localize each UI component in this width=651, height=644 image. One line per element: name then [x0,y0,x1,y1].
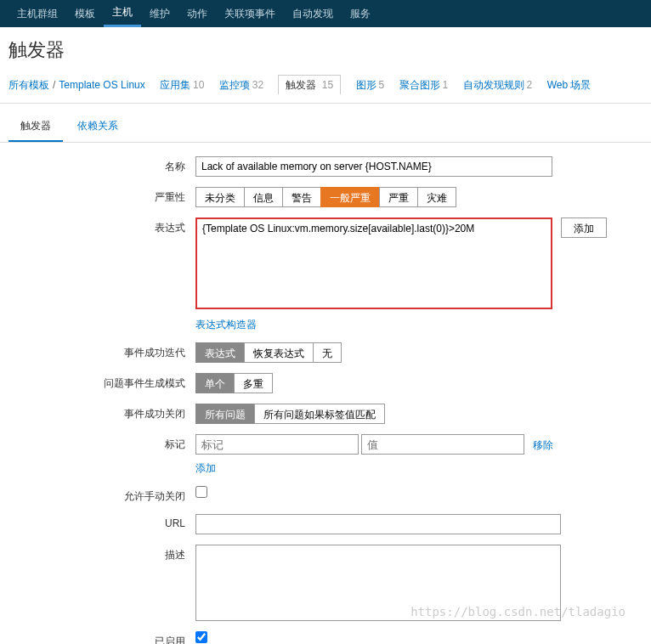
ok-event-gen-recovery[interactable]: 恢复表达式 [244,342,314,363]
nav-discovery[interactable]: 自动发现 [284,0,342,27]
tag-value-input[interactable] [361,434,524,455]
severity-warning[interactable]: 警告 [282,187,321,207]
nav-correlation[interactable]: 关联项事件 [216,0,284,27]
nav-actions[interactable]: 动作 [178,0,216,27]
tab-discovery-rules[interactable]: 自动发现规则 [463,79,524,91]
top-nav: 主机群组 模板 主机 维护 动作 关联项事件 自动发现 服务 [0,0,651,27]
tab-triggers[interactable]: 触发器 15 [278,75,341,94]
label-severity: 严重性 [8,187,195,205]
breadcrumb-all-templates[interactable]: 所有模板 [8,79,49,91]
label-name: 名称 [8,156,195,174]
sub-tabs: 触发器 依赖关系 [0,104,651,143]
severity-average[interactable]: 一般严重 [320,187,380,207]
ok-closes-tagmatch[interactable]: 所有问题如果标签值匹配 [254,404,385,424]
label-problem-event-gen: 问题事件生成模式 [8,373,195,391]
form-area: 名称 严重性 未分类 信息 警告 一般严重 严重 灾难 表达式 添加 表达式构造… [0,143,651,644]
label-url: URL [8,514,195,529]
breadcrumb: 所有模板/Template OS Linux 应用集10 监控项32 触发器 1… [0,73,651,104]
nav-maintenance[interactable]: 维护 [141,0,178,27]
severity-info[interactable]: 信息 [244,187,283,207]
label-ok-event-closes: 事件成功关闭 [8,404,195,421]
description-input[interactable] [195,545,561,621]
label-tags: 标记 [8,434,195,452]
tab-screens[interactable]: 聚合图形 [399,79,440,91]
name-input[interactable] [195,156,552,177]
label-enabled: 已启用 [8,631,195,644]
subtab-dependencies[interactable]: 依赖关系 [65,112,130,140]
expression-builder-link[interactable]: 表达式构造器 [195,319,257,330]
enabled-checkbox[interactable] [195,631,207,643]
tag-add-link[interactable]: 添加 [195,461,216,476]
label-expression: 表达式 [8,217,195,235]
nav-services[interactable]: 服务 [342,0,379,27]
label-description: 描述 [8,545,195,562]
expression-add-button[interactable]: 添加 [561,217,607,238]
ok-event-gen-none[interactable]: 无 [313,342,342,363]
severity-high[interactable]: 严重 [379,187,418,207]
label-allow-manual-close: 允许手动关闭 [8,486,195,504]
ok-event-gen-expression[interactable]: 表达式 [195,342,245,363]
url-input[interactable] [195,514,561,534]
tag-remove-link[interactable]: 移除 [533,439,553,451]
severity-disaster[interactable]: 灾难 [417,187,456,207]
page-title: 触发器 [0,27,651,73]
problem-event-single[interactable]: 单个 [195,373,235,393]
tab-graphs[interactable]: 图形 [356,79,376,91]
breadcrumb-template[interactable]: Template OS Linux [59,79,144,91]
tag-name-input[interactable] [195,434,359,455]
tab-applications[interactable]: 应用集 [160,79,190,91]
ok-closes-all[interactable]: 所有问题 [195,404,255,424]
problem-event-multiple[interactable]: 多重 [234,373,273,393]
tab-web-scenarios[interactable]: Web 场景 [547,79,592,91]
severity-unclassified[interactable]: 未分类 [195,187,245,207]
allow-manual-close-checkbox[interactable] [195,486,207,498]
nav-templates[interactable]: 模板 [66,0,104,27]
severity-group: 未分类 信息 警告 一般严重 严重 灾难 [195,187,456,207]
subtab-trigger[interactable]: 触发器 [8,112,63,142]
label-ok-event-gen: 事件成功迭代 [8,342,195,360]
nav-hosts[interactable]: 主机 [104,0,141,27]
nav-hostgroups[interactable]: 主机群组 [8,0,66,27]
expression-input[interactable] [195,217,552,309]
tab-items[interactable]: 监控项 [219,79,250,91]
